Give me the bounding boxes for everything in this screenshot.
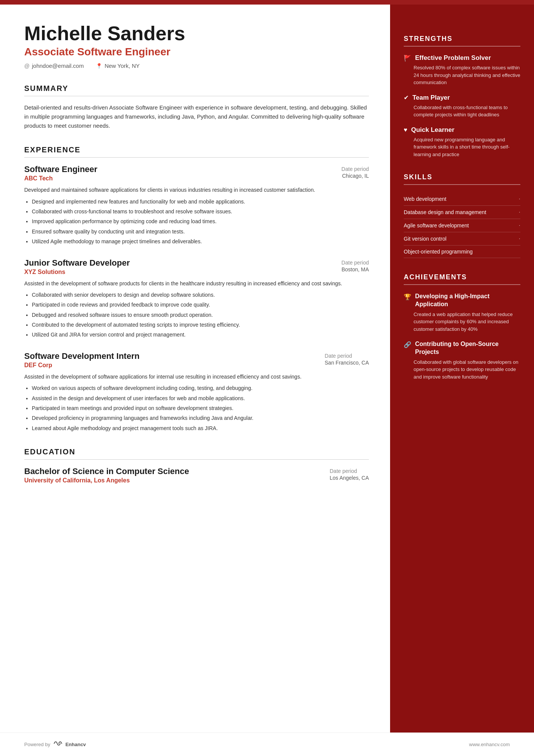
edu-date-1: Date period	[329, 468, 369, 474]
skill-name-1: Web development	[404, 196, 447, 202]
location-icon: 📍	[96, 63, 102, 69]
strength-title-3: Quick Learner	[411, 126, 454, 134]
location-value: New York, NY	[105, 63, 140, 69]
full-name: Michelle Sanders	[24, 23, 369, 44]
exp-location-1: Chicago, IL	[342, 173, 369, 179]
skill-item-4: Git version control ·	[404, 232, 520, 246]
education-heading: EDUCATION	[24, 448, 369, 456]
exp-date-1: Date period	[342, 166, 369, 172]
edu-left-1: Bachelor of Science in Computer Science …	[24, 466, 189, 484]
bullet-1-1: Designed and implemented new features an…	[32, 197, 369, 206]
summary-text: Detail-oriented and results-driven Assoc…	[24, 103, 369, 130]
strengths-divider	[404, 46, 520, 47]
location-contact: 📍 New York, NY	[96, 63, 140, 69]
experience-section: EXPERIENCE Software Engineer ABC Tech Da…	[24, 146, 369, 432]
summary-heading: SUMMARY	[24, 84, 369, 93]
exp-desc-1: Developed and maintained software applic…	[24, 186, 369, 194]
exp-right-2: Date period Boston, MA	[342, 258, 369, 272]
bullet-3-3: Participated in team meetings and provid…	[32, 404, 369, 412]
exp-left-2: Junior Software Developer XYZ Solutions	[24, 258, 130, 275]
exp-bullets-3: Worked on various aspects of software de…	[24, 384, 369, 432]
skill-item-3: Agile software development ·	[404, 219, 520, 232]
flag-icon: 🚩	[404, 55, 411, 62]
summary-section: SUMMARY Detail-oriented and results-driv…	[24, 84, 369, 130]
skill-dot-2: ·	[519, 209, 520, 216]
achievement-header-1: 🏆 Developing a High-Impact Application	[404, 293, 520, 308]
left-column: Michelle Sanders Associate Software Engi…	[0, 5, 390, 733]
heart-icon: ♥	[404, 127, 408, 133]
achievement-title-2: Contributing to Open-Source Projects	[415, 340, 520, 356]
strengths-section: STRENGTHS 🚩 Effective Problem Solver Res…	[404, 35, 520, 158]
top-accent-bar	[0, 0, 534, 5]
achievement-title-1: Developing a High-Impact Application	[415, 293, 520, 308]
bullet-3-2: Assisted in the design and development o…	[32, 394, 369, 402]
achievement-desc-1: Created a web application that helped re…	[404, 311, 520, 333]
exp-left-3: Software Development Intern DEF Corp	[24, 351, 139, 369]
experience-divider	[24, 157, 369, 158]
achievements-heading: ACHIEVEMENTS	[404, 273, 520, 281]
exp-bullets-1: Designed and implemented new features an…	[24, 197, 369, 246]
skill-name-3: Agile software development	[404, 222, 469, 229]
bullet-2-2: Participated in code reviews and provide…	[32, 301, 369, 309]
powered-by-label: Powered by	[24, 742, 50, 747]
edu-location-1: Los Angeles, CA	[329, 475, 369, 481]
exp-right-1: Date period Chicago, IL	[342, 164, 369, 179]
email-icon: @	[24, 63, 30, 69]
exp-desc-3: Assisted in the development of software …	[24, 373, 369, 381]
exp-role-1: Software Engineer	[24, 164, 97, 174]
email-contact: @ johndoe@email.com	[24, 63, 84, 69]
education-divider	[24, 459, 369, 460]
edu-header-1: Bachelor of Science in Computer Science …	[24, 466, 369, 484]
exp-location-2: Boston, MA	[342, 266, 369, 272]
trophy-icon: 🏆	[404, 293, 411, 301]
skills-divider	[404, 184, 520, 185]
bullet-3-1: Worked on various aspects of software de…	[32, 384, 369, 392]
exp-location-3: San Francisco, CA	[325, 360, 369, 366]
strength-title-2: Team Player	[412, 94, 450, 102]
exp-right-3: Date period San Francisco, CA	[325, 351, 369, 366]
bullet-2-1: Collaborated with senior developers to d…	[32, 291, 369, 299]
skill-item-1: Web development ·	[404, 193, 520, 206]
edu-right-1: Date period Los Angeles, CA	[329, 466, 369, 481]
exp-bullets-2: Collaborated with senior developers to d…	[24, 291, 369, 339]
achievements-divider	[404, 284, 520, 285]
strength-header-3: ♥ Quick Learner	[404, 126, 520, 134]
skills-heading: SKILLS	[404, 173, 520, 181]
bullet-2-3: Debugged and resolved software issues to…	[32, 311, 369, 319]
exp-date-3: Date period	[325, 353, 369, 359]
skill-dot-1: ·	[519, 196, 520, 202]
bullet-1-2: Collaborated with cross-functional teams…	[32, 207, 369, 216]
enhancv-logo-icon	[53, 740, 62, 748]
exp-entry-1: Software Engineer ABC Tech Date period C…	[24, 164, 369, 246]
skill-dot-3: ·	[519, 222, 520, 229]
achievement-item-2: 🔗 Contributing to Open-Source Projects C…	[404, 340, 520, 380]
skills-section: SKILLS Web development · Database design…	[404, 173, 520, 258]
education-section: EDUCATION Bachelor of Science in Compute…	[24, 448, 369, 484]
strength-desc-1: Resolved 80% of complex software issues …	[404, 64, 520, 86]
footer-brand: Powered by Enhancv	[24, 740, 86, 748]
link-icon: 🔗	[404, 341, 411, 348]
checkmark-icon: ✔	[404, 94, 409, 101]
bullet-1-5: Utilized Agile methodology to manage pro…	[32, 237, 369, 246]
skill-item-2: Database design and management ·	[404, 206, 520, 219]
bullet-2-5: Utilized Git and JIRA for version contro…	[32, 330, 369, 339]
skill-name-5: Object-oriented programming	[404, 249, 473, 255]
experience-heading: EXPERIENCE	[24, 146, 369, 154]
footer-website: www.enhancv.com	[469, 742, 510, 747]
strength-item-2: ✔ Team Player Collaborated with cross-fu…	[404, 94, 520, 119]
strength-header-1: 🚩 Effective Problem Solver	[404, 54, 520, 62]
exp-company-3: DEF Corp	[24, 362, 139, 369]
edu-degree-1: Bachelor of Science in Computer Science	[24, 466, 189, 476]
bullet-3-4: Developed proficiency in programming lan…	[32, 414, 369, 422]
exp-left-1: Software Engineer ABC Tech	[24, 164, 97, 182]
achievement-item-1: 🏆 Developing a High-Impact Application C…	[404, 293, 520, 333]
exp-header-2: Junior Software Developer XYZ Solutions …	[24, 258, 369, 275]
skill-dot-4: ·	[519, 235, 520, 242]
name-title-block: Michelle Sanders Associate Software Engi…	[24, 23, 369, 69]
strength-item-3: ♥ Quick Learner Acquired new programming…	[404, 126, 520, 158]
skill-name-4: Git version control	[404, 236, 447, 242]
strengths-heading: STRENGTHS	[404, 35, 520, 43]
exp-role-3: Software Development Intern	[24, 351, 139, 361]
main-content: Michelle Sanders Associate Software Engi…	[0, 5, 534, 733]
right-column: STRENGTHS 🚩 Effective Problem Solver Res…	[390, 5, 534, 733]
